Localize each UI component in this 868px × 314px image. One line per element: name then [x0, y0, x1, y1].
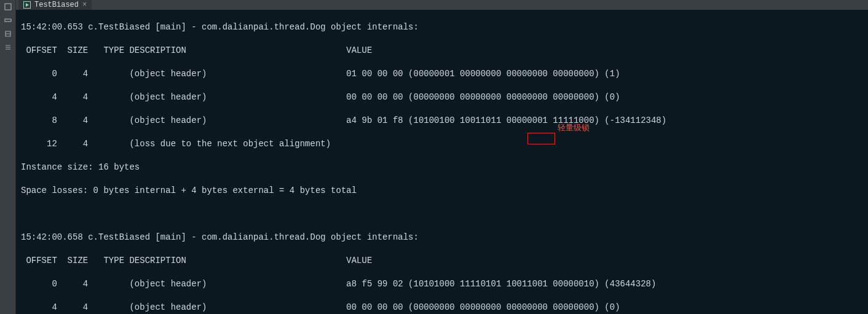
tab-testbiased[interactable]: TestBiased ×: [18, 0, 92, 10]
left-gutter: [0, 0, 16, 314]
console-output[interactable]: 15:42:00.653 c.TestBiased [main] - com.d…: [16, 10, 868, 314]
run-tab-icon: [23, 1, 31, 9]
log-line: 8 4 (object header) a4 9b 01 f8 (1010010…: [21, 115, 863, 127]
log-line: OFFSET SIZE TYPE DESCRIPTION VALUE: [21, 255, 863, 267]
log-line: 15:42:00.658 c.TestBiased [main] - com.d…: [21, 232, 863, 243]
log-line: 12 4 (loss due to the next object alignm…: [21, 138, 863, 150]
log-line: 0 4 (object header) a8 f5 99 02 (1010100…: [21, 278, 863, 290]
tab-title: TestBiased: [34, 1, 79, 9]
log-line: 4 4 (object header) 00 00 00 00 (0000000…: [21, 302, 863, 313]
gutter-icon[interactable]: [0, 0, 16, 14]
app-root: TestBiased × 15:42:00.653 c.TestBiased […: [0, 0, 868, 314]
gutter-icon[interactable]: [0, 41, 16, 54]
log-line: 4 4 (object header) 00 00 00 00 (0000000…: [21, 92, 863, 103]
gutter-icon[interactable]: [0, 27, 16, 41]
log-line: 15:42:00.653 c.TestBiased [main] - com.d…: [21, 22, 863, 33]
main-area: TestBiased × 15:42:00.653 c.TestBiased […: [16, 0, 868, 314]
gutter-icon[interactable]: [0, 14, 16, 27]
log-line: Instance size: 16 bytes: [21, 162, 863, 173]
log-line: Space losses: 0 bytes internal + 4 bytes…: [21, 185, 863, 197]
svg-rect-0: [5, 4, 11, 10]
svg-rect-1: [5, 19, 11, 22]
tab-bar: TestBiased ×: [16, 0, 868, 10]
tab-close-icon[interactable]: ×: [82, 1, 87, 9]
log-line: 0 4 (object header) 01 00 00 00 (0000000…: [21, 68, 863, 80]
log-line: OFFSET SIZE TYPE DESCRIPTION VALUE: [21, 45, 863, 57]
log-blank: [21, 208, 863, 220]
